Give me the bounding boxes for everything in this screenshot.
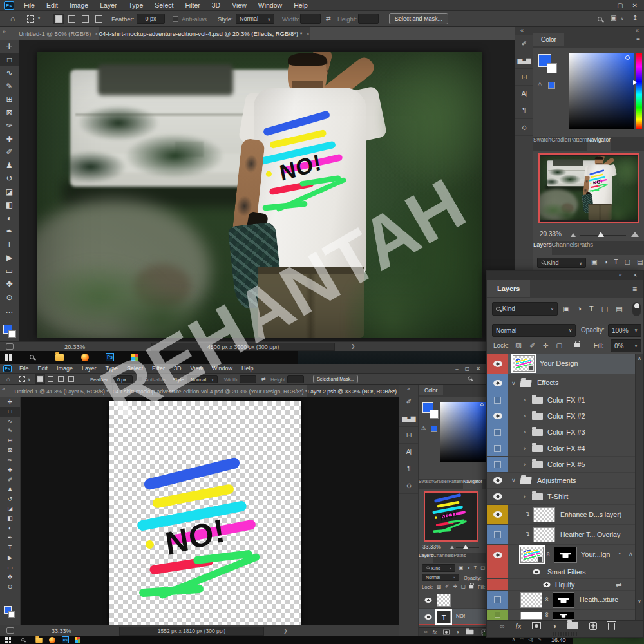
color-panel-menu-icon[interactable]: ≡ bbox=[636, 36, 640, 43]
zoom-level[interactable]: 20.33% bbox=[64, 343, 85, 350]
new-group-icon[interactable] bbox=[567, 622, 578, 629]
panel-strip-icon[interactable]: ✐ bbox=[399, 393, 418, 410]
layer-row-partial[interactable]: ∞ bbox=[487, 610, 636, 620]
hand-tool[interactable]: ✥ bbox=[0, 278, 19, 291]
text-layer-thumbnail[interactable]: T bbox=[437, 611, 451, 623]
feather-input[interactable]: 0 px bbox=[137, 14, 165, 24]
panel-strip-icon[interactable]: A| bbox=[399, 444, 418, 460]
background-color-swatch[interactable] bbox=[430, 410, 439, 419]
tab-color[interactable]: Color bbox=[419, 385, 443, 395]
layer-row[interactable] bbox=[419, 592, 489, 609]
group-expand-icon[interactable]: › bbox=[524, 413, 526, 419]
workspace-chevron-icon[interactable]: ∨ bbox=[621, 16, 623, 21]
crop-tool[interactable]: ⊞ bbox=[0, 436, 20, 446]
toolbar-expand-icon[interactable]: » bbox=[0, 27, 8, 40]
history-brush-tool[interactable]: ↺ bbox=[0, 172, 19, 185]
edit-toolbar-icon[interactable]: … bbox=[0, 304, 19, 317]
search-icon[interactable] bbox=[598, 15, 602, 23]
panel-tab[interactable]: Layers bbox=[419, 553, 433, 563]
panel-tab[interactable]: Navigator bbox=[587, 137, 611, 151]
background-color-swatch[interactable] bbox=[8, 330, 16, 338]
collapse-dock-icon[interactable]: « bbox=[399, 385, 418, 393]
layer-row-selected[interactable]: T NO! bbox=[419, 609, 489, 625]
adjustment-layer-icon[interactable]: ◑ bbox=[456, 629, 459, 635]
layer-thumbnail[interactable] bbox=[520, 612, 542, 620]
visibility-eye-icon[interactable] bbox=[493, 511, 502, 518]
share-icon[interactable]: ↥ bbox=[632, 14, 638, 21]
mask-link-icon[interactable]: ∞ bbox=[545, 552, 553, 557]
menu-item[interactable]: Type bbox=[122, 1, 149, 9]
crop-tool[interactable]: ⊞ bbox=[0, 93, 19, 106]
type-tool[interactable]: T bbox=[0, 543, 20, 553]
panel-strip-icon[interactable]: ◇ bbox=[515, 119, 533, 136]
panel-resize-grip[interactable] bbox=[487, 630, 643, 637]
visibility-eye-icon[interactable] bbox=[495, 612, 500, 618]
layer-row-color-fx-4[interactable]: › Color FX #4 bbox=[487, 440, 636, 457]
visibility-eye-icon[interactable] bbox=[493, 552, 502, 558]
anti-alias-checkbox[interactable] bbox=[138, 377, 142, 381]
navigator-thumbnail[interactable]: NO! bbox=[424, 491, 478, 542]
layer-mask-thumbnail[interactable] bbox=[554, 547, 577, 563]
add-selection-mode-icon[interactable] bbox=[48, 376, 53, 382]
layer-filter-icon[interactable]: ▤ bbox=[616, 305, 622, 313]
add-mask-icon[interactable] bbox=[443, 630, 450, 635]
layer-effects-icon[interactable]: fx bbox=[433, 629, 437, 635]
visibility-eye-icon[interactable] bbox=[543, 582, 550, 587]
tray-icon[interactable]: ∧ bbox=[512, 637, 515, 642]
zoom-out-icon[interactable] bbox=[571, 233, 576, 237]
dodge-tool[interactable]: ◐ bbox=[0, 524, 20, 533]
marquee-tool-icon[interactable] bbox=[19, 376, 25, 382]
menu-item[interactable]: Filter bbox=[147, 365, 169, 372]
close-window-icon[interactable]: ✕ bbox=[476, 364, 480, 374]
home-icon[interactable]: ⌂ bbox=[10, 14, 15, 23]
menu-item[interactable]: Layer bbox=[94, 1, 122, 9]
zoom-in-icon[interactable] bbox=[631, 232, 639, 237]
swap-dimensions-icon[interactable]: ⇄ bbox=[261, 376, 266, 382]
layer-row-color-fx-5[interactable]: › Color FX #5 bbox=[487, 457, 636, 473]
taskbar-photoshop-icon[interactable]: Ps bbox=[106, 353, 114, 361]
new-layer-icon[interactable] bbox=[589, 622, 597, 630]
mask-link-icon[interactable]: ∞ bbox=[544, 597, 551, 602]
lock-option-icon[interactable]: ▨ bbox=[515, 341, 522, 349]
file-explorer-icon[interactable] bbox=[55, 354, 64, 361]
height-input[interactable] bbox=[358, 14, 379, 24]
layer-row-liquify[interactable]: Liquify ⇌ bbox=[487, 579, 636, 591]
tray-icon[interactable]: ◁) bbox=[528, 637, 533, 642]
hue-slider[interactable] bbox=[636, 53, 642, 129]
width-input[interactable] bbox=[300, 14, 321, 24]
layer-row-heather-overlay[interactable]: ↴ Heather T... Overlay bbox=[487, 525, 636, 545]
visibility-eye-icon[interactable] bbox=[494, 531, 501, 538]
panel-tab[interactable]: Paths bbox=[578, 241, 593, 255]
layer-mask-thumbnail[interactable] bbox=[553, 592, 574, 608]
restore-icon[interactable]: ▢ bbox=[465, 364, 470, 374]
document-tab[interactable]: 04-t-shirt-mockup-adventure-edition-vol-… bbox=[113, 385, 308, 397]
clone-stamp-tool[interactable]: ♟ bbox=[0, 485, 20, 495]
document-tab[interactable]: 04-t-shirt-mockup-adventure-edition-vol-… bbox=[99, 27, 310, 40]
eraser-tool[interactable]: ◪ bbox=[0, 504, 20, 514]
visibility-eye-icon[interactable] bbox=[493, 493, 502, 500]
zoom-tool[interactable]: ⊙ bbox=[0, 582, 20, 592]
panel-tab[interactable]: Channels bbox=[433, 553, 454, 563]
navigator-thumbnail[interactable]: NO! bbox=[538, 153, 639, 223]
lock-all-icon[interactable] bbox=[574, 343, 580, 347]
panel-tab[interactable]: Pattern bbox=[448, 479, 463, 489]
close-panel-icon[interactable]: ✕ bbox=[633, 272, 638, 278]
canvas-area[interactable]: NO! bbox=[19, 40, 515, 341]
hue-slider-handle[interactable] bbox=[633, 80, 637, 85]
shape-tool[interactable]: ▭ bbox=[0, 265, 19, 278]
eraser-tool[interactable]: ◪ bbox=[0, 185, 19, 199]
start-button-icon[interactable] bbox=[5, 637, 11, 643]
lock-all-icon[interactable] bbox=[469, 585, 473, 589]
layer-row-your-design[interactable]: Your Design bbox=[487, 354, 636, 374]
visibility-eye-icon[interactable] bbox=[493, 413, 502, 419]
navigator-zoom-value[interactable]: 20.33% bbox=[540, 231, 562, 238]
gamut-color-chip[interactable] bbox=[431, 426, 437, 432]
taskbar-search-icon[interactable] bbox=[30, 355, 34, 359]
layer-name[interactable]: NO! bbox=[456, 613, 465, 619]
visibility-eye-icon[interactable] bbox=[493, 361, 502, 367]
menu-item[interactable]: Help bbox=[237, 365, 258, 372]
panel-tab[interactable]: Navigator bbox=[463, 479, 482, 489]
select-and-mask-button[interactable]: Select and Mask... bbox=[389, 13, 448, 24]
fill-select[interactable]: 0%∨ bbox=[611, 339, 641, 352]
visibility-eye-icon[interactable] bbox=[424, 598, 431, 603]
